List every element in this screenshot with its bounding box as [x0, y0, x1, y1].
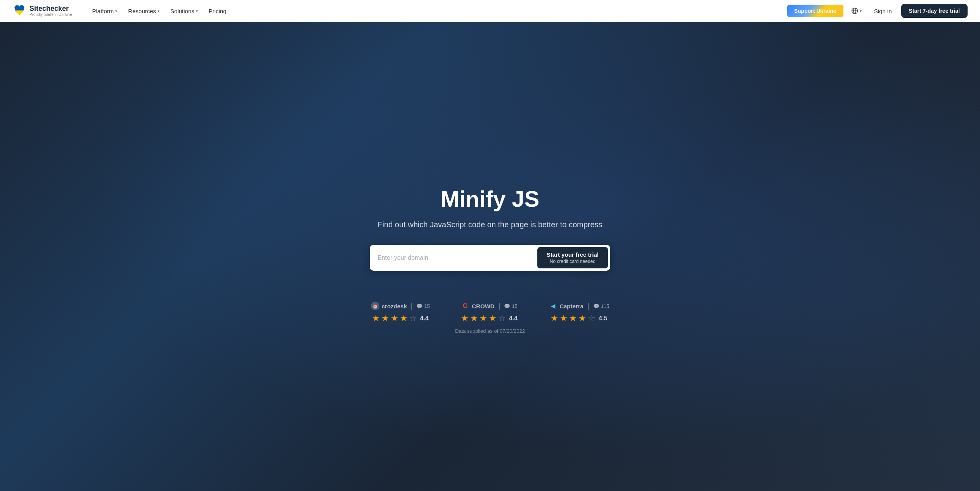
logo[interactable]: Sitechecker Proudly made in Ukraine [12, 4, 72, 18]
nav-pricing[interactable]: Pricing [204, 5, 231, 17]
language-chevron-icon: ▾ [860, 9, 862, 13]
hero-subtitle: Find out which JavaScript code on the pa… [335, 220, 645, 229]
capterra-divider: | [587, 302, 589, 310]
crozdesk-header: ⏰ crozdesk | 💬 15 [371, 302, 430, 310]
cta-sub-text: No credit card needed [550, 259, 596, 265]
crozdesk-icon: ⏰ [371, 302, 379, 310]
crozdesk-score: 4.4 [420, 315, 429, 322]
ratings-wrapper: ⏰ crozdesk | 💬 15 ★ ★ ★ ★ ☆ 4.4 [371, 294, 609, 334]
comment-icon: 💬 [593, 303, 599, 309]
crozdesk-logo: ⏰ crozdesk [371, 302, 407, 310]
logo-icon [12, 4, 26, 18]
star-1: ★ [372, 313, 380, 323]
g2crowd-stars: ★ ★ ★ ★ ☆ 4.4 [461, 313, 518, 323]
comment-icon: 💬 [416, 303, 422, 309]
star-2: ★ [470, 313, 478, 323]
nav-solutions[interactable]: Solutions ▾ [166, 5, 203, 17]
star-5-half: ☆ [409, 313, 417, 323]
platform-chevron-icon: ▾ [115, 9, 117, 13]
g2crowd-divider: | [499, 302, 500, 310]
g2crowd-header: G CROWD | 💬 15 [461, 302, 517, 310]
g2crowd-comments: 💬 15 [504, 303, 517, 309]
rating-capterra: ◀ Capterra | 💬 115 ★ ★ ★ ★ ☆ 4.5 [549, 302, 609, 323]
crozdesk-divider: | [411, 302, 413, 310]
capterra-icon: ◀ [549, 302, 557, 310]
rating-crozdesk: ⏰ crozdesk | 💬 15 ★ ★ ★ ★ ☆ 4.4 [371, 302, 430, 323]
hero-section: Minify JS Find out which JavaScript code… [0, 22, 980, 491]
star-3: ★ [480, 313, 487, 323]
capterra-comments: 💬 115 [593, 303, 609, 309]
star-2: ★ [560, 313, 568, 323]
g2crowd-score: 4.4 [509, 315, 518, 322]
crozdesk-comments: 💬 15 [416, 303, 429, 309]
support-ukraine-button[interactable]: Support Ukraine [787, 5, 843, 17]
capterra-stars: ★ ★ ★ ★ ☆ 4.5 [551, 313, 607, 323]
star-4: ★ [400, 313, 408, 323]
nav-right: Support Ukraine ▾ Sign in Start 7-day fr… [787, 4, 968, 18]
star-5-half: ☆ [588, 313, 596, 323]
hero-content: Minify JS Find out which JavaScript code… [335, 187, 645, 294]
nav-platform[interactable]: Platform ▾ [88, 5, 122, 17]
logo-text: Sitechecker [29, 5, 72, 13]
star-5-empty: ☆ [498, 313, 506, 323]
star-3: ★ [569, 313, 577, 323]
star-2: ★ [381, 313, 389, 323]
solutions-chevron-icon: ▾ [196, 9, 198, 13]
star-1: ★ [461, 313, 469, 323]
nav-links: Platform ▾ Resources ▾ Solutions ▾ Prici… [88, 5, 778, 17]
start-trial-button[interactable]: Start 7-day free trial [901, 4, 968, 18]
ratings-section: ⏰ crozdesk | 💬 15 ★ ★ ★ ★ ☆ 4.4 [371, 302, 609, 323]
hero-title: Minify JS [335, 187, 645, 211]
data-supplied-text: Data supplied as of 07/20/2022 [371, 328, 609, 334]
star-4: ★ [489, 313, 497, 323]
domain-search-input[interactable] [377, 251, 537, 265]
resources-chevron-icon: ▾ [158, 9, 159, 13]
search-container: Start your free trial No credit card nee… [370, 245, 610, 271]
comment-icon: 💬 [504, 303, 510, 309]
crozdesk-stars: ★ ★ ★ ★ ☆ 4.4 [372, 313, 429, 323]
globe-icon [851, 7, 858, 14]
language-selector[interactable]: ▾ [848, 5, 865, 17]
logo-tagline: Proudly made in Ukraine [29, 13, 72, 17]
nav-resources[interactable]: Resources ▾ [123, 5, 164, 17]
rating-g2crowd: G CROWD | 💬 15 ★ ★ ★ ★ ☆ 4.4 [461, 302, 518, 323]
star-3: ★ [391, 313, 398, 323]
search-cta-button[interactable]: Start your free trial No credit card nee… [537, 247, 608, 268]
star-1: ★ [551, 313, 558, 323]
g2crowd-logo: G CROWD [461, 302, 494, 310]
capterra-score: 4.5 [599, 315, 607, 322]
signin-button[interactable]: Sign in [869, 5, 897, 17]
cta-main-text: Start your free trial [547, 251, 599, 259]
navbar: Sitechecker Proudly made in Ukraine Plat… [0, 0, 980, 22]
star-4: ★ [578, 313, 586, 323]
capterra-logo: ◀ Capterra [549, 302, 583, 310]
g2crowd-icon: G [461, 302, 469, 310]
capterra-header: ◀ Capterra | 💬 115 [549, 302, 609, 310]
